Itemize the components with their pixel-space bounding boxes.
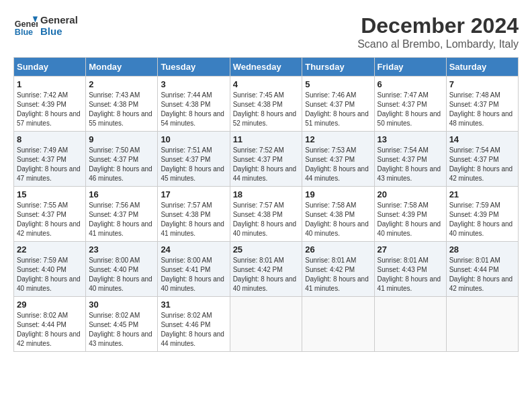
calendar-cell: 6 Sunrise: 7:47 AMSunset: 4:37 PMDayligh… <box>374 77 446 132</box>
calendar-week-row: 1 Sunrise: 7:42 AMSunset: 4:39 PMDayligh… <box>14 77 519 132</box>
calendar-cell: 17 Sunrise: 7:57 AMSunset: 4:38 PMDaylig… <box>158 187 230 242</box>
calendar-cell: 5 Sunrise: 7:46 AMSunset: 4:37 PMDayligh… <box>302 77 374 132</box>
calendar-cell: 3 Sunrise: 7:44 AMSunset: 4:38 PMDayligh… <box>158 77 230 132</box>
calendar-cell: 20 Sunrise: 7:58 AMSunset: 4:39 PMDaylig… <box>374 187 446 242</box>
day-number: 19 <box>305 189 371 199</box>
day-info: Sunrise: 7:54 AMSunset: 4:37 PMDaylight:… <box>378 146 441 182</box>
day-info: Sunrise: 7:57 AMSunset: 4:38 PMDaylight:… <box>233 201 297 237</box>
day-number: 24 <box>161 244 226 255</box>
day-info: Sunrise: 7:56 AMSunset: 4:37 PMDaylight:… <box>89 201 152 237</box>
day-number: 21 <box>449 189 515 199</box>
logo-icon: General Blue <box>13 13 38 38</box>
day-info: Sunrise: 7:43 AMSunset: 4:38 PMDaylight:… <box>89 91 152 127</box>
calendar-cell: 10 Sunrise: 7:51 AMSunset: 4:37 PMDaylig… <box>158 132 230 187</box>
weekday-header-row: SundayMondayTuesdayWednesdayThursdayFrid… <box>14 58 519 77</box>
calendar-week-row: 8 Sunrise: 7:49 AMSunset: 4:37 PMDayligh… <box>14 132 519 187</box>
day-number: 25 <box>233 244 300 255</box>
day-number: 1 <box>17 79 83 89</box>
calendar-cell: 26 Sunrise: 8:01 AMSunset: 4:42 PMDaylig… <box>302 242 374 297</box>
day-number: 26 <box>305 244 371 255</box>
day-number: 23 <box>89 244 154 255</box>
day-info: Sunrise: 8:01 AMSunset: 4:42 PMDaylight:… <box>305 257 369 292</box>
day-info: Sunrise: 8:02 AMSunset: 4:45 PMDaylight:… <box>89 312 152 347</box>
day-info: Sunrise: 7:54 AMSunset: 4:37 PMDaylight:… <box>449 146 513 182</box>
weekday-header: Saturday <box>446 58 518 77</box>
weekday-header: Sunday <box>14 58 86 77</box>
day-number: 22 <box>17 244 83 255</box>
day-number: 28 <box>449 244 515 255</box>
calendar-cell: 2 Sunrise: 7:43 AMSunset: 4:38 PMDayligh… <box>86 77 158 132</box>
day-number: 7 <box>449 79 515 89</box>
calendar-cell: 30 Sunrise: 8:02 AMSunset: 4:45 PMDaylig… <box>86 297 158 352</box>
day-info: Sunrise: 7:45 AMSunset: 4:38 PMDaylight:… <box>233 91 297 127</box>
day-number: 30 <box>89 300 154 310</box>
calendar-cell: 31 Sunrise: 8:02 AMSunset: 4:46 PMDaylig… <box>158 297 230 352</box>
calendar-cell: 9 Sunrise: 7:50 AMSunset: 4:37 PMDayligh… <box>86 132 158 187</box>
day-info: Sunrise: 7:50 AMSunset: 4:37 PMDaylight:… <box>89 146 152 182</box>
day-info: Sunrise: 7:48 AMSunset: 4:37 PMDaylight:… <box>449 91 513 127</box>
calendar-cell <box>302 297 374 352</box>
calendar-cell: 18 Sunrise: 7:57 AMSunset: 4:38 PMDaylig… <box>230 187 302 242</box>
day-number: 20 <box>378 189 443 199</box>
day-number: 27 <box>378 244 443 255</box>
calendar-cell: 11 Sunrise: 7:52 AMSunset: 4:37 PMDaylig… <box>230 132 302 187</box>
calendar-cell: 12 Sunrise: 7:53 AMSunset: 4:37 PMDaylig… <box>302 132 374 187</box>
day-info: Sunrise: 7:52 AMSunset: 4:37 PMDaylight:… <box>233 146 297 182</box>
day-number: 4 <box>233 79 300 89</box>
day-info: Sunrise: 8:00 AMSunset: 4:40 PMDaylight:… <box>89 257 152 292</box>
calendar-cell: 13 Sunrise: 7:54 AMSunset: 4:37 PMDaylig… <box>374 132 446 187</box>
weekday-header: Friday <box>374 58 446 77</box>
day-info: Sunrise: 8:02 AMSunset: 4:46 PMDaylight:… <box>161 312 224 347</box>
calendar-cell <box>374 297 446 352</box>
calendar-week-row: 15 Sunrise: 7:55 AMSunset: 4:37 PMDaylig… <box>14 187 519 242</box>
day-info: Sunrise: 7:51 AMSunset: 4:37 PMDaylight:… <box>161 146 224 182</box>
calendar-cell: 4 Sunrise: 7:45 AMSunset: 4:38 PMDayligh… <box>230 77 302 132</box>
calendar-cell: 23 Sunrise: 8:00 AMSunset: 4:40 PMDaylig… <box>86 242 158 297</box>
calendar-cell: 19 Sunrise: 7:58 AMSunset: 4:38 PMDaylig… <box>302 187 374 242</box>
day-number: 8 <box>17 134 83 144</box>
logo-line1: General <box>40 14 78 26</box>
day-info: Sunrise: 7:49 AMSunset: 4:37 PMDaylight:… <box>17 146 81 182</box>
location-subtitle: Scano al Brembo, Lombardy, Italy <box>357 38 519 50</box>
calendar-cell: 29 Sunrise: 8:02 AMSunset: 4:44 PMDaylig… <box>14 297 86 352</box>
title-block: December 2024 Scano al Brembo, Lombardy,… <box>357 13 519 50</box>
calendar-cell: 22 Sunrise: 7:59 AMSunset: 4:40 PMDaylig… <box>14 242 86 297</box>
calendar-cell: 28 Sunrise: 8:01 AMSunset: 4:44 PMDaylig… <box>446 242 518 297</box>
day-info: Sunrise: 7:44 AMSunset: 4:38 PMDaylight:… <box>161 91 224 127</box>
weekday-header: Thursday <box>302 58 374 77</box>
day-number: 15 <box>17 189 83 199</box>
calendar-table: SundayMondayTuesdayWednesdayThursdayFrid… <box>13 57 519 352</box>
day-info: Sunrise: 7:59 AMSunset: 4:40 PMDaylight:… <box>17 257 81 292</box>
day-info: Sunrise: 7:55 AMSunset: 4:37 PMDaylight:… <box>17 201 81 237</box>
calendar-cell <box>446 297 518 352</box>
day-number: 18 <box>233 189 300 199</box>
day-info: Sunrise: 8:01 AMSunset: 4:43 PMDaylight:… <box>378 257 441 292</box>
day-info: Sunrise: 8:02 AMSunset: 4:44 PMDaylight:… <box>17 312 81 347</box>
day-info: Sunrise: 7:59 AMSunset: 4:39 PMDaylight:… <box>449 201 513 237</box>
calendar-cell: 14 Sunrise: 7:54 AMSunset: 4:37 PMDaylig… <box>446 132 518 187</box>
calendar-cell: 1 Sunrise: 7:42 AMSunset: 4:39 PMDayligh… <box>14 77 86 132</box>
day-number: 9 <box>89 134 154 144</box>
day-number: 17 <box>161 189 226 199</box>
day-info: Sunrise: 8:00 AMSunset: 4:41 PMDaylight:… <box>161 257 224 292</box>
calendar-cell: 25 Sunrise: 8:01 AMSunset: 4:42 PMDaylig… <box>230 242 302 297</box>
calendar-cell: 15 Sunrise: 7:55 AMSunset: 4:37 PMDaylig… <box>14 187 86 242</box>
day-number: 31 <box>161 300 226 310</box>
day-info: Sunrise: 7:46 AMSunset: 4:37 PMDaylight:… <box>305 91 369 127</box>
day-info: Sunrise: 7:58 AMSunset: 4:39 PMDaylight:… <box>378 201 441 237</box>
svg-text:Blue: Blue <box>15 28 33 37</box>
month-title: December 2024 <box>357 13 519 38</box>
weekday-header: Monday <box>86 58 158 77</box>
calendar-cell: 7 Sunrise: 7:48 AMSunset: 4:37 PMDayligh… <box>446 77 518 132</box>
calendar-week-row: 29 Sunrise: 8:02 AMSunset: 4:44 PMDaylig… <box>14 297 519 352</box>
day-info: Sunrise: 8:01 AMSunset: 4:42 PMDaylight:… <box>233 257 297 292</box>
calendar-week-row: 22 Sunrise: 7:59 AMSunset: 4:40 PMDaylig… <box>14 242 519 297</box>
weekday-header: Wednesday <box>230 58 302 77</box>
day-info: Sunrise: 7:42 AMSunset: 4:39 PMDaylight:… <box>17 91 81 127</box>
day-info: Sunrise: 7:53 AMSunset: 4:37 PMDaylight:… <box>305 146 369 182</box>
day-number: 2 <box>89 79 154 89</box>
calendar-cell: 21 Sunrise: 7:59 AMSunset: 4:39 PMDaylig… <box>446 187 518 242</box>
calendar-cell: 16 Sunrise: 7:56 AMSunset: 4:37 PMDaylig… <box>86 187 158 242</box>
calendar-cell: 27 Sunrise: 8:01 AMSunset: 4:43 PMDaylig… <box>374 242 446 297</box>
logo: General Blue General Blue <box>13 13 78 38</box>
